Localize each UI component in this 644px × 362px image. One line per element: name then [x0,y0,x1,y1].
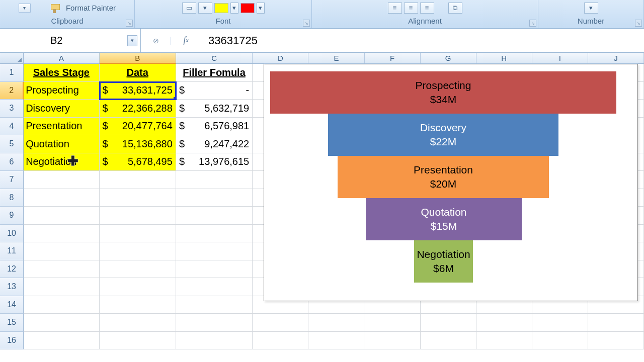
cell[interactable]: $13,976,615 [176,153,253,171]
row-header[interactable]: 6 [0,153,24,171]
row-header[interactable]: 11 [0,242,24,260]
fill-color-swatch[interactable] [214,3,228,13]
cell[interactable] [476,314,532,332]
select-all-corner[interactable] [0,53,24,63]
column-header[interactable]: I [532,53,588,63]
cell[interactable] [176,225,253,243]
column-header[interactable]: E [308,53,364,63]
cell[interactable]: Data [100,64,176,82]
cell[interactable] [476,332,532,350]
cell[interactable] [24,296,99,314]
font-color-dropdown[interactable]: ▾ [257,3,265,14]
dialog-launcher-icon[interactable]: ↘ [529,20,536,27]
cell[interactable] [24,189,99,207]
cell[interactable] [24,207,99,225]
funnel-segment[interactable]: Quotation$15M [366,198,522,240]
row-header[interactable]: 3 [0,100,24,118]
cell[interactable] [24,242,99,260]
format-painter-button[interactable]: Format Painter [50,3,116,13]
row-header[interactable]: 2 [0,82,24,100]
cell[interactable] [176,207,253,225]
formula-input[interactable]: 33631725 [201,34,644,47]
cell[interactable]: $6,576,981 [176,118,253,136]
cell[interactable]: $22,366,288 [100,100,176,118]
dialog-launcher-icon[interactable]: ↘ [303,20,310,27]
font-color-swatch[interactable] [240,3,255,13]
cell[interactable]: Sales Stage [24,64,99,82]
funnel-segment[interactable]: Negotiation$6M [414,240,473,283]
cell[interactable] [176,332,253,350]
border-button[interactable]: ▭ [182,3,196,14]
column-header[interactable]: A [24,53,99,63]
cell[interactable] [532,314,588,332]
cell[interactable]: Discovery [24,100,99,118]
name-box-dropdown-icon[interactable]: ▾ [127,35,137,46]
cell[interactable] [24,171,99,189]
column-header[interactable]: G [421,53,476,63]
row-header[interactable]: 16 [0,332,24,350]
merge-button[interactable]: ⧉ [448,3,462,14]
cell[interactable] [100,207,176,225]
column-header[interactable]: B [100,53,176,64]
cell[interactable] [364,314,420,332]
cell[interactable]: $20,477,764 [100,118,176,136]
align-center-button[interactable]: ≡ [404,3,418,14]
fx-icon[interactable]: fx [171,35,201,46]
column-header[interactable]: C [176,53,253,63]
cell[interactable] [24,278,99,296]
row-header[interactable]: 15 [0,314,24,332]
cell[interactable]: $9,247,422 [176,135,253,153]
cell[interactable] [100,189,176,207]
border-dropdown[interactable]: ▾ [198,3,212,14]
cell[interactable] [308,314,364,332]
paste-dropdown[interactable]: ▾ [19,4,31,13]
cell[interactable] [100,296,176,314]
cell[interactable]: $5,632,719 [176,100,253,118]
funnel-segment[interactable]: Presentation$20M [338,156,549,198]
worksheet-grid[interactable]: A B C D E F G H I J 1Sales StageDataFill… [0,53,644,362]
cell[interactable] [176,189,253,207]
funnel-segment[interactable]: Prospecting$34M [270,71,616,114]
cell[interactable]: $33,631,725 [100,82,176,100]
cell[interactable] [176,314,253,332]
cell[interactable] [100,225,176,243]
cell[interactable] [176,296,253,314]
column-header[interactable]: D [253,53,308,63]
cell[interactable] [532,332,588,350]
row-header[interactable]: 14 [0,296,24,314]
align-right-button[interactable]: ≡ [420,3,434,14]
cell[interactable] [100,278,176,296]
cell[interactable]: Negotiation [24,153,99,171]
row-header[interactable]: 13 [0,278,24,296]
column-header[interactable]: F [365,53,421,63]
cell[interactable]: $5,678,495 [100,153,176,171]
row-header[interactable]: 1 [0,64,24,82]
number-format-button[interactable]: ▾ [584,3,598,14]
cell[interactable] [24,225,99,243]
row-header[interactable]: 9 [0,207,24,225]
row-header[interactable]: 12 [0,260,24,279]
cell[interactable] [100,242,176,260]
cell[interactable] [176,278,253,296]
funnel-segment[interactable]: Discovery$22M [328,114,558,156]
cell[interactable] [24,332,99,350]
row-header[interactable]: 7 [0,171,24,189]
dialog-launcher-icon[interactable]: ↘ [635,20,642,27]
cell[interactable]: Filler Fomula [176,64,253,82]
name-box[interactable]: B2 ▾ [0,29,141,52]
cell[interactable]: Presentation [24,118,99,136]
row-header[interactable]: 10 [0,225,24,243]
cell[interactable] [24,314,99,332]
cell[interactable] [100,314,176,332]
cell[interactable] [421,332,476,350]
cell[interactable] [364,332,420,350]
cell[interactable] [253,332,308,350]
cell[interactable] [176,171,253,189]
cell[interactable]: $- [176,82,253,100]
dialog-launcher-icon[interactable]: ↘ [126,20,133,27]
column-header[interactable]: H [476,53,532,63]
cell[interactable] [588,332,644,350]
cell[interactable] [588,314,644,332]
cell[interactable] [176,260,253,279]
cell[interactable] [100,260,176,279]
